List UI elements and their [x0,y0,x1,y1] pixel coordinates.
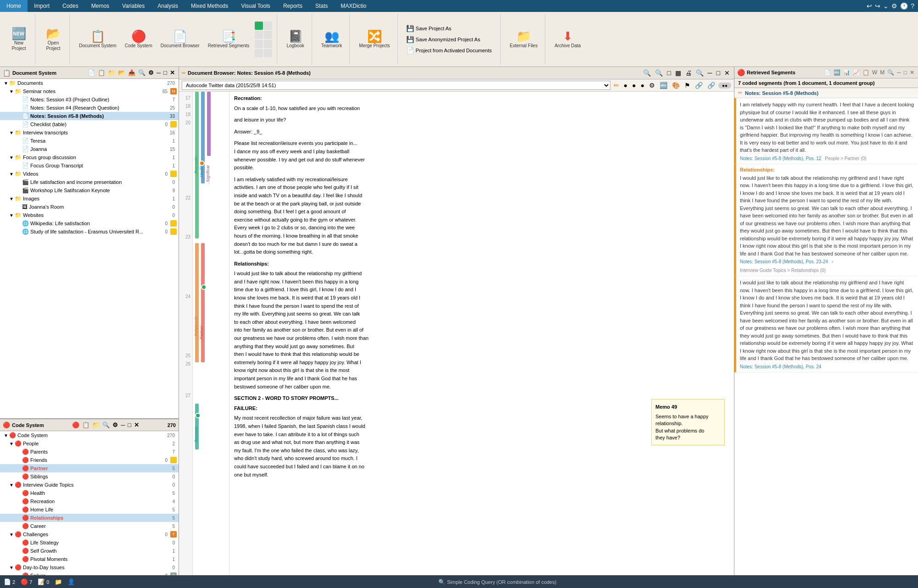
cs-settings[interactable]: ⚙ [112,421,119,429]
health-dot[interactable] [199,161,205,166]
ds-tool-5[interactable]: 📥 [127,69,136,77]
seg3-ref1[interactable]: Notes: Session #5-8 (Methods), Pos. 24 [740,364,821,369]
open-project-button[interactable]: 📂 OpenProject [42,26,65,53]
dt-code[interactable]: 🔤 [658,81,669,89]
rp-max[interactable]: □ [903,69,908,76]
cs-tool-3[interactable]: 📁 [91,421,101,429]
project-from-docs-button[interactable]: 📄 Project from Activated Documents [404,46,494,55]
tree-session3[interactable]: 📄 Notes: Session #3 (Project Outline) 7 [0,95,179,104]
ds-tool-6[interactable]: 🔍 [137,69,146,77]
cs-tool-2[interactable]: 📋 [81,421,90,429]
rp-min[interactable]: ─ [896,69,902,76]
ds-tool-7[interactable]: ⚙ [147,69,155,77]
tree-erasmus[interactable]: 🌐 Study of life satisfaction - Erasmus U… [0,227,179,236]
fg-expand[interactable]: ▼ [9,155,15,160]
layout-br[interactable] [264,31,272,39]
tree-videos[interactable]: ▼ 📁 Videos 0 [0,170,179,178]
rp-tool1[interactable]: 📄 [823,69,832,76]
layout-tl[interactable] [255,22,263,30]
tree-partner[interactable]: 🔴 Partner 5 [0,464,179,472]
dt-dot1[interactable]: ● [622,81,629,89]
tree-code-root[interactable]: ▼ 🔴 Code System 270 [0,431,179,439]
db-print[interactable]: 🖨 [684,69,693,77]
db-view[interactable]: □ [666,69,672,77]
tree-images[interactable]: ▼ 📁 Images 1 [0,194,179,203]
seg1-ref2[interactable]: People > Partner (0) [825,156,866,161]
cr-expand[interactable]: ▼ [4,433,9,438]
menu-codes[interactable]: Codes [56,0,85,12]
layout-tr[interactable] [264,22,272,30]
menu-import[interactable]: Import [28,0,56,12]
ch-expand[interactable]: ▼ [9,532,15,537]
tree-joanna[interactable]: 📄 Joanna 15 [0,145,179,153]
tree-wikipedia[interactable]: 🌐 Wikipedia: Life satisfaction 0 [0,219,179,227]
db-search1[interactable]: 🔍 [642,69,652,77]
relationship-bar[interactable] [195,243,199,362]
igt-expand[interactable]: ▼ [9,483,15,488]
tree-websites[interactable]: ▼ 📁 Websites 0 [0,211,179,219]
code-system-button[interactable]: 🔴 Code System [122,28,155,50]
tree-seminar-notes[interactable]: ▼ 📁 Seminar notes 65 M [0,87,179,95]
dt-dot2[interactable]: ● [631,81,637,89]
significant-bar[interactable] [207,92,211,156]
layout-bl[interactable] [255,31,263,39]
tree-session4[interactable]: 📄 Notes: Session #4 (Research Question) … [0,104,179,112]
tree-day-to-day[interactable]: ▼ 🔴 Day-to-Day Issues 0 [0,563,179,571]
menu-stats[interactable]: Stats [309,0,334,12]
rp-tool4[interactable]: 📈 [852,69,861,76]
dt-paint[interactable]: 🎨 [671,81,681,89]
tree-health[interactable]: 🔴 Health 5 [0,489,179,497]
tree-documents-root[interactable]: ▼ 📁 Documents 270 [0,79,179,87]
dt-link1[interactable]: 🔗 [694,81,704,89]
ds-close[interactable]: ✕ [169,69,176,77]
tree-pivotal[interactable]: 🔴 Pivotal Moments 1 [0,555,179,563]
ds-min[interactable]: ─ [156,69,162,77]
tree-home-life[interactable]: 🔴 Home Life 5 [0,505,179,514]
tree-self-growth[interactable]: 🔴 Self Growth 1 [0,547,179,555]
dt-toggle[interactable]: ●● [718,83,731,89]
rp-tool3[interactable]: 📊 [842,69,851,76]
db-close[interactable]: ✕ [723,69,731,77]
tree-parents[interactable]: 🔴 Parents 7 [0,448,179,456]
tree-career[interactable]: 🔴 Career 5 [0,522,179,530]
db-min[interactable]: ─ [706,69,714,77]
ds-tool-4[interactable]: 📂 [117,69,126,77]
ds-tool-1[interactable]: 📄 [87,69,96,77]
dt-link2[interactable]: 🔗 [706,81,716,89]
rp-tool7[interactable]: M [879,69,885,76]
dt-gear[interactable]: ⚙ [648,81,656,89]
tree-life-strategy[interactable]: 🔴 Life Strategy 0 [0,538,179,547]
settings-icon[interactable]: ⚙ [891,2,897,10]
rp-tool2[interactable]: 🔤 [833,69,841,76]
tree-interview-trans[interactable]: ▼ 📁 Interview transcripts 16 [0,128,179,137]
tree-fg-transcript[interactable]: 📄 Focus Group Transcript 1 [0,161,179,170]
dtd-expand[interactable]: ▼ [9,565,15,570]
clock-icon[interactable]: 🕐 [900,2,908,10]
redo-icon[interactable]: ↪ [875,2,880,10]
dt-flag[interactable]: ⚑ [683,81,692,89]
tree-relationships[interactable]: 🔴 Relationships 5 [0,514,179,522]
db-layout[interactable]: ▦ [674,69,683,77]
tree-recreation[interactable]: 🔴 Recreation 4 [0,497,179,505]
partner-bar[interactable] [201,243,205,362]
menu-reports[interactable]: Reports [277,0,309,12]
teamwork-button[interactable]: 👥 Teamwork [319,28,345,50]
seminar-expand[interactable]: ▼ [9,89,15,94]
rp-tool6[interactable]: W [871,69,878,76]
external-files-button[interactable]: 📁 External Files [507,28,541,50]
dropdown-icon[interactable]: ⌄ [883,2,889,10]
seg2-ref2[interactable]: Interview Guide Topics > Relationships (… [740,268,826,273]
save-project-as-button[interactable]: 💾 Save Project As [404,24,453,33]
web-expand[interactable]: ▼ [9,213,15,218]
cs-search[interactable]: 🔍 [101,421,111,429]
db-zoom[interactable]: 🔍 [694,69,705,77]
menu-variables[interactable]: Variables [116,0,151,12]
document-system-button[interactable]: 📋 Document System [76,28,119,50]
tree-focus-group[interactable]: ▼ 📁 Focus group discussion 1 [0,153,179,161]
it-expand[interactable]: ▼ [9,130,15,135]
documents-expand[interactable]: ▼ [4,81,9,86]
save-anonymized-button[interactable]: 💾 Save Anonymized Project As [404,35,482,44]
tree-challenges[interactable]: ▼ 🔴 Challenges 0 T [0,530,179,538]
db-max[interactable]: □ [715,69,722,77]
menu-memos[interactable]: Memos [85,0,116,12]
